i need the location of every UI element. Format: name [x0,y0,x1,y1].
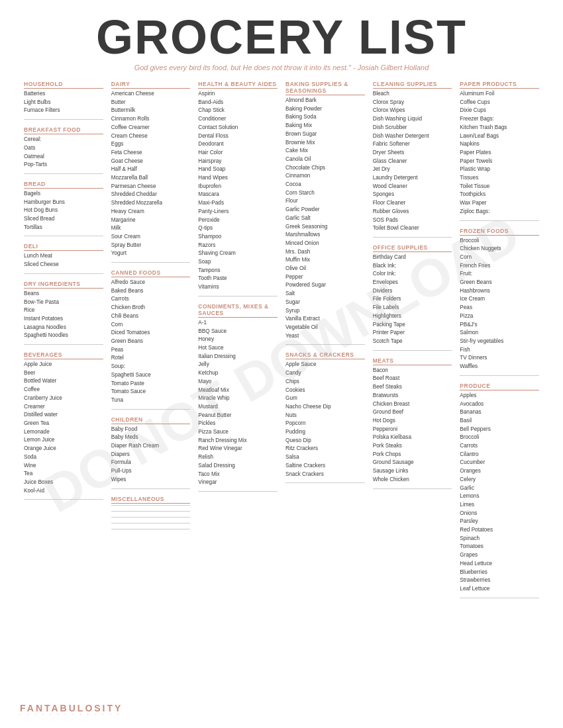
list-item: Hamburger Buns [24,199,103,207]
list-item: Contact Solution [198,124,278,132]
section-title-frozen-foods: FROZEN FOODS [460,228,539,236]
list-item: Fruit: [460,270,539,279]
list-item: Head Lettuce [460,560,539,569]
list-item: Wax Paper [460,199,539,208]
item-label: Black Ink: [373,262,397,271]
list-item: Dish Washing Liquid [373,115,452,124]
list-item: Spaghetti Sauce [111,371,191,380]
list-item: Nacho Cheese Dip [285,403,365,412]
list-item: Red Potatoes [460,526,539,535]
list-item: Italian Dressing [198,353,278,361]
list-item: Taco Mix [198,471,278,479]
list-item: Ketchup [198,369,278,378]
list-item: Mascara [198,191,278,199]
list-item: Rotel [111,354,191,363]
list-item: Hair Color [198,149,278,158]
list-item: Lemons [460,492,539,501]
section-title-beverages: BEVERAGES [24,351,103,359]
list-item: Aluminum Foil [460,90,539,99]
list-item: Mrs. Dash [285,248,365,257]
list-item: Tuna [111,396,191,405]
list-item: Chicken Broth [111,304,191,312]
section-divider [24,499,103,500]
list-item: Shaving Cream [198,250,278,258]
list-item: Highlighters [373,312,452,321]
list-item: Pizza Sauce [198,428,278,437]
list-item: Chap Stick [198,107,278,115]
list-item: Broccoli [460,433,539,442]
section-title-deli: DELI [24,243,103,251]
section-household: HOUSEHOLDBatteriesLight BulbsFurnace Fil… [24,81,103,120]
list-item: Soup: [111,363,191,371]
item-label: Soup: [111,363,125,371]
list-item: Cream Cheese [111,132,191,141]
list-item: Chicken Nuggets [460,245,539,253]
list-item: Orange Juice [24,445,103,453]
list-item: Formula [111,459,191,467]
list-item: BBQ Sauce [198,328,278,336]
section-title-baking-supplies: BAKING SUPPLIES & SEASONINGS [285,81,365,95]
list-item: Baking Powder [285,105,365,114]
section-canned-foods: CANNED FOODSAlfredo SauceBaked BeansCarr… [111,269,191,410]
section-frozen-foods: FROZEN FOODSBroccoliChicken NuggetsCornF… [460,228,539,376]
list-item: Wine [24,462,103,471]
list-item: Buttermilk [111,107,191,115]
brand: FANTABULOSITY · · · · · · · · · · · · · … [20,703,123,716]
list-item: Green Tea [24,420,103,428]
list-item: Oatmeal [24,153,103,161]
list-item: Lemon Juice [24,436,103,445]
list-item: Parsley [460,518,539,526]
list-item: Ritz Crackers [285,445,365,453]
list-item: Baking Mix [285,122,365,130]
list-item: Floor Cleaner [373,199,452,208]
list-item: Paper Towels [460,158,539,166]
section-baking-supplies: BAKING SUPPLIES & SEASONINGSAlmond BarkB… [285,81,365,345]
list-item: Vitamins [198,283,278,292]
list-item: Glass Cleaner [373,158,452,166]
list-item: Instant Potatoes [24,315,103,324]
section-title-meats: MEATS [373,357,452,365]
list-item: SOS Pads [373,216,452,225]
list-item: Spaghetti Noodles [24,332,103,340]
list-item: Apple Juice [24,361,103,369]
list-item: Cake Mix [285,147,365,156]
list-item: Salad Dressing [198,462,278,471]
section-title-office-supplies: OFFICE SUPPLIES [373,244,452,252]
section-cleaning-supplies: CLEANING SUPPLIESBleachClorox SprayCloro… [373,81,452,238]
list-item: Ground Beef [373,408,452,417]
col-col2: DAIRYAmerican CheeseButterButtermilkCinn… [107,81,195,605]
section-condiments: CONDIMENTS, MIXES & SAUCESA-1BBQ SauceHo… [198,303,278,492]
item-label: Color Ink: [373,270,396,279]
list-item: Dividers [373,287,452,296]
list-item: Plastic Wrap [460,165,539,174]
item-label: Ziploc Bags: [460,208,489,216]
section-title-paper-products: PAPER PRODUCTS [460,81,539,89]
list-item: Tea [24,470,103,478]
list-item: Cocoa [285,181,365,189]
item-label: Cereal: [24,136,41,144]
list-item: Conditioner [198,115,278,124]
list-item: Polska Kielbasa [373,433,452,442]
list-item: Mozzarella Ball [111,174,191,183]
section-paper-products: PAPER PRODUCTSAluminum FoilCoffee CupsDi… [460,81,539,221]
list-item: Napkins [460,140,539,149]
list-item: Beef Steaks [373,383,452,392]
list-item: Scotch Tape [373,338,452,346]
section-snacks-crackers: SNACKS & CRACKERSApple SauceCandyChipsCo… [285,351,365,483]
list-item: Limes [460,501,539,510]
list-item: Butter [111,99,191,107]
section-title-household: HOUSEHOLD [24,81,103,89]
list-item: Baby Meds [111,433,191,442]
list-item: Hot Dogs [373,417,452,426]
list-item: Chocolate Chips [285,164,365,173]
section-divider [24,344,103,345]
list-item: Peas [460,304,539,312]
list-item: Alfredo Sauce [111,279,191,287]
col-col4: BAKING SUPPLIES & SEASONINGSAlmond BarkB… [282,81,369,605]
list-item: Stir-fry vegetables [460,338,539,346]
section-divider [111,529,191,529]
list-item: Freezer Bags: [460,115,539,124]
section-divider [460,375,539,376]
section-title-dry-ingredients: DRY INGREDIENTS [24,281,103,289]
list-item: Ziploc Bags: [460,208,539,216]
